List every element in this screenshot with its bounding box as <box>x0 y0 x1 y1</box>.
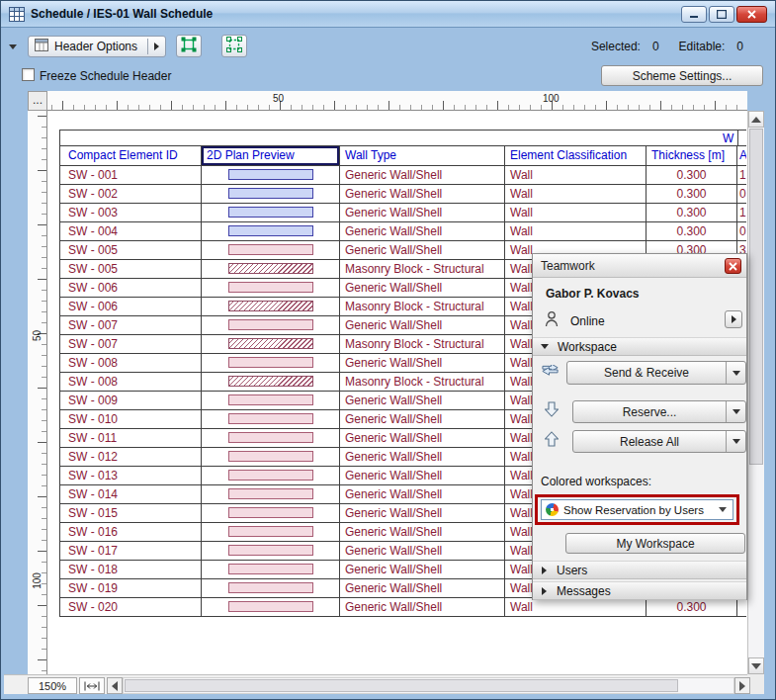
cell-plan-preview[interactable] <box>202 373 340 392</box>
cell-plan-preview[interactable] <box>202 579 340 598</box>
cell-classification[interactable]: Wall <box>505 166 647 185</box>
scroll-right-button[interactable] <box>734 677 750 694</box>
cell-classification[interactable]: Wall <box>505 185 647 204</box>
cell-wall-type[interactable]: Generic Wall/Shell <box>340 504 505 523</box>
cell-element-id[interactable]: SW - 020 <box>60 598 202 617</box>
cell-thickness[interactable]: 0.300 <box>647 204 737 222</box>
col-header-plan-preview[interactable]: 2D Plan Preview <box>202 146 340 165</box>
title-bar[interactable]: Schedule / IES-01 Wall Schedule <box>1 1 775 28</box>
cell-element-id[interactable]: SW - 019 <box>60 579 202 598</box>
table-row[interactable]: SW - 001 Generic Wall/Shell Wall 0.300 1 <box>60 166 746 185</box>
cell-plan-preview[interactable] <box>202 429 340 448</box>
cell-wall-type[interactable]: Generic Wall/Shell <box>340 354 505 373</box>
cell-plan-preview[interactable] <box>202 222 340 241</box>
cell-wall-type[interactable]: Generic Wall/Shell <box>340 598 505 617</box>
col-header-thickness[interactable]: Thickness [m] <box>647 146 737 165</box>
cell-wall-type[interactable]: Masonry Block - Structural <box>340 335 505 354</box>
cell-element-id[interactable]: SW - 008 <box>60 373 202 392</box>
reserve-button[interactable]: Reserve... <box>572 400 746 423</box>
cell-element-id[interactable]: SW - 013 <box>60 467 202 485</box>
cell-element-id[interactable]: SW - 006 <box>60 279 202 298</box>
cell-element-id[interactable]: SW - 006 <box>60 298 202 316</box>
cell-wall-type[interactable]: Generic Wall/Shell <box>340 579 505 598</box>
ruler-options-button[interactable]: ... <box>28 91 47 111</box>
cell-element-id[interactable]: SW - 014 <box>60 485 202 504</box>
cell-wall-type[interactable]: Generic Wall/Shell <box>340 222 505 241</box>
cell-plan-preview[interactable] <box>202 523 340 542</box>
cell-element-id[interactable]: SW - 003 <box>60 204 202 222</box>
cell-plan-preview[interactable] <box>202 185 340 204</box>
cell-plan-preview[interactable] <box>202 241 340 260</box>
reserve-dropdown[interactable] <box>726 401 745 422</box>
col-header-wall-type[interactable]: Wall Type <box>340 146 505 165</box>
cell-plan-preview[interactable] <box>202 485 340 504</box>
cell-element-id[interactable]: SW - 012 <box>60 448 202 467</box>
send-receive-button[interactable]: Send & Receive <box>566 361 746 385</box>
dashed-frame-tool-button[interactable] <box>221 35 247 57</box>
send-receive-dropdown[interactable] <box>726 362 745 384</box>
cell-classification[interactable]: Wall <box>505 204 647 222</box>
cell-element-id[interactable]: SW - 002 <box>60 185 202 204</box>
table-row[interactable]: SW - 020 Generic Wall/Shell Wall 0.300 <box>60 598 746 617</box>
cell-plan-preview[interactable] <box>202 335 340 354</box>
cell-element-id[interactable]: SW - 005 <box>60 241 202 260</box>
reservation-mode-select[interactable]: Show Reservation by Users <box>541 499 733 520</box>
cell-thickness[interactable]: 0.300 <box>647 222 737 241</box>
cell-plan-preview[interactable] <box>202 504 340 523</box>
fit-width-button[interactable] <box>79 677 105 694</box>
cell-wall-type[interactable]: Generic Wall/Shell <box>340 410 505 429</box>
cell-thickness[interactable]: 0.300 <box>647 185 737 204</box>
cell-wall-type[interactable]: Generic Wall/Shell <box>340 392 505 410</box>
cell-plan-preview[interactable] <box>202 316 340 335</box>
users-section-header[interactable]: Users <box>533 561 746 579</box>
cell-wall-type[interactable]: Generic Wall/Shell <box>340 185 505 204</box>
cell-wall-type[interactable]: Generic Wall/Shell <box>340 523 505 542</box>
close-button[interactable] <box>736 6 767 23</box>
cell-wall-type[interactable]: Masonry Block - Structural <box>340 373 505 392</box>
cell-wall-type[interactable]: Generic Wall/Shell <box>340 279 505 298</box>
table-row[interactable]: SW - 002 Generic Wall/Shell Wall 0.300 0 <box>60 185 746 204</box>
cell-wall-type[interactable]: Generic Wall/Shell <box>340 204 505 222</box>
cell-classification[interactable]: Wall <box>505 598 647 617</box>
cell-plan-preview[interactable] <box>202 598 340 617</box>
horizontal-scrollbar[interactable] <box>123 677 734 694</box>
cell-wall-type[interactable]: Masonry Block - Structural <box>340 260 505 279</box>
cell-plan-preview[interactable] <box>202 561 340 579</box>
cell-plan-preview[interactable] <box>202 354 340 373</box>
cell-element-id[interactable]: SW - 010 <box>60 410 202 429</box>
messages-section-header[interactable]: Messages <box>533 581 746 600</box>
palette-flyout-icon[interactable] <box>9 44 17 49</box>
header-options-button[interactable]: Header Options <box>28 36 166 57</box>
palette-close-button[interactable] <box>725 258 741 274</box>
scroll-left-button[interactable] <box>107 677 123 694</box>
cell-wall-type[interactable]: Generic Wall/Shell <box>340 467 505 485</box>
horizontal-scroll-thumb[interactable] <box>125 679 678 692</box>
cell-element-id[interactable]: SW - 007 <box>60 316 202 335</box>
cell-plan-preview[interactable] <box>202 392 340 410</box>
cell-wall-type[interactable]: Generic Wall/Shell <box>340 561 505 579</box>
cell-thickness[interactable]: 0.300 <box>647 598 737 617</box>
cell-plan-preview[interactable] <box>202 166 340 185</box>
cell-element-id[interactable]: SW - 015 <box>60 504 202 523</box>
col-header-element-id[interactable]: Compact Element ID <box>60 146 202 165</box>
cell-plan-preview[interactable] <box>202 298 340 316</box>
table-row[interactable]: SW - 003 Generic Wall/Shell Wall 0.300 1 <box>60 204 746 222</box>
minimize-button[interactable] <box>681 6 707 23</box>
my-workspace-button[interactable]: My Workspace <box>565 533 745 554</box>
cell-element-id[interactable]: SW - 001 <box>60 166 202 185</box>
cell-wall-type[interactable]: Masonry Block - Structural <box>340 298 505 316</box>
cell-element-id[interactable]: SW - 017 <box>60 542 202 561</box>
release-all-dropdown[interactable] <box>726 431 745 452</box>
cell-plan-preview[interactable] <box>202 204 340 222</box>
scheme-settings-button[interactable]: Scheme Settings... <box>601 65 763 86</box>
cell-element-id[interactable]: SW - 004 <box>60 222 202 241</box>
cell-plan-preview[interactable] <box>202 467 340 485</box>
cell-thickness[interactable]: 0.300 <box>647 166 737 185</box>
zoom-level-control[interactable]: 150% <box>28 677 77 694</box>
col-header-classification[interactable]: Element Classification <box>505 146 647 165</box>
cell-plan-preview[interactable] <box>202 410 340 429</box>
cell-wall-type[interactable]: Generic Wall/Shell <box>340 429 505 448</box>
col-header-partial[interactable]: A <box>737 146 746 165</box>
cell-wall-type[interactable]: Generic Wall/Shell <box>340 448 505 467</box>
cell-element-id[interactable]: SW - 009 <box>60 392 202 410</box>
